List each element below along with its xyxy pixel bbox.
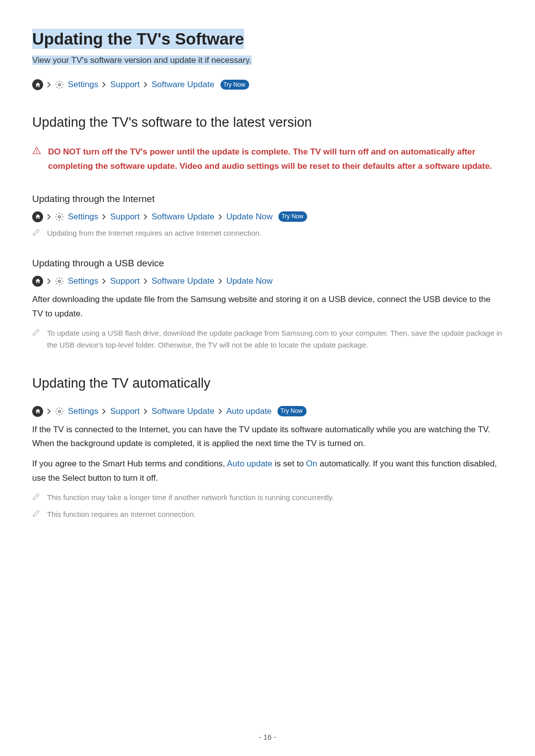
note-block: This function requires an Internet conne… xyxy=(32,508,503,520)
note-text: This function requires an Internet conne… xyxy=(47,508,196,520)
note-block: Updating from the Internet requires an a… xyxy=(32,227,503,239)
usb-body-text: After downloading the update file from t… xyxy=(32,293,503,321)
chevron-right-icon xyxy=(102,82,106,88)
chevron-right-icon xyxy=(47,278,51,284)
home-icon[interactable] xyxy=(32,79,43,90)
breadcrumb-auto-update[interactable]: Auto update xyxy=(226,406,272,416)
breadcrumb-support[interactable]: Support xyxy=(110,80,140,90)
warning-icon xyxy=(32,146,41,155)
chevron-right-icon xyxy=(144,82,148,88)
gear-icon[interactable] xyxy=(55,277,64,286)
note-text: Updating from the Internet requires an a… xyxy=(47,227,262,239)
svg-point-5 xyxy=(58,410,61,412)
breadcrumb-support[interactable]: Support xyxy=(110,212,140,222)
breadcrumb-support[interactable]: Support xyxy=(110,276,140,286)
chevron-right-icon xyxy=(47,408,51,414)
chevron-right-icon xyxy=(144,214,148,220)
auto-body-2: If you agree to the Smart Hub terms and … xyxy=(32,457,503,486)
gear-icon[interactable] xyxy=(55,407,64,416)
section-heading-usb: Updating through a USB device xyxy=(32,258,503,269)
section-heading-auto: Updating the TV automatically xyxy=(32,376,503,391)
note-text: To update using a USB flash drive, downl… xyxy=(47,327,503,351)
warning-text: DO NOT turn off the TV's power until the… xyxy=(48,145,503,174)
try-now-badge[interactable]: Try Now xyxy=(278,211,307,222)
section-heading-latest-version: Updating the TV's software to the latest… xyxy=(32,115,503,130)
breadcrumb-settings[interactable]: Settings xyxy=(68,80,98,90)
page-title: Updating the TV's Software xyxy=(32,30,503,49)
breadcrumb-settings[interactable]: Settings xyxy=(68,276,98,286)
auto-update-link: Auto update xyxy=(227,459,272,468)
chevron-right-icon xyxy=(47,82,51,88)
breadcrumb-update-now[interactable]: Update Now xyxy=(226,212,273,222)
breadcrumb-usb: Settings Support Software Update Update … xyxy=(32,276,503,287)
page-number: - 16 - xyxy=(0,733,535,741)
try-now-badge[interactable]: Try Now xyxy=(220,80,249,90)
chevron-right-icon xyxy=(102,408,106,414)
home-icon[interactable] xyxy=(32,276,43,287)
on-link: On xyxy=(306,459,318,468)
breadcrumb-software-update[interactable]: Software Update xyxy=(152,276,214,286)
gear-icon[interactable] xyxy=(55,80,64,89)
svg-point-2 xyxy=(37,152,37,153)
section-heading-internet: Updating through the Internet xyxy=(32,194,503,204)
chevron-right-icon xyxy=(218,214,222,220)
auto-body-1: If the TV is connected to the Internet, … xyxy=(32,423,503,452)
chevron-right-icon xyxy=(218,278,222,284)
page-subtitle: View your TV's software version and upda… xyxy=(32,55,503,65)
breadcrumb-update-now[interactable]: Update Now xyxy=(226,276,273,286)
svg-point-0 xyxy=(58,84,61,86)
pencil-icon xyxy=(32,493,40,501)
breadcrumb-settings[interactable]: Settings xyxy=(68,406,98,416)
chevron-right-icon xyxy=(102,214,106,220)
pencil-icon xyxy=(32,228,40,236)
breadcrumb-auto: Settings Support Software Update Auto up… xyxy=(32,406,503,417)
breadcrumb-top: Settings Support Software Update Try Now xyxy=(32,79,503,90)
chevron-right-icon xyxy=(144,408,148,414)
home-icon[interactable] xyxy=(32,406,43,417)
gear-icon[interactable] xyxy=(55,212,64,221)
try-now-badge[interactable]: Try Now xyxy=(277,406,306,416)
svg-point-3 xyxy=(58,216,61,218)
chevron-right-icon xyxy=(47,214,51,220)
chevron-right-icon xyxy=(144,278,148,284)
note-block: To update using a USB flash drive, downl… xyxy=(32,327,503,351)
pencil-icon xyxy=(32,328,40,336)
breadcrumb-software-update[interactable]: Software Update xyxy=(152,80,214,90)
breadcrumb-software-update[interactable]: Software Update xyxy=(152,212,214,222)
chevron-right-icon xyxy=(218,408,222,414)
warning-block: DO NOT turn off the TV's power until the… xyxy=(32,145,503,174)
svg-point-4 xyxy=(58,280,61,283)
breadcrumb-support[interactable]: Support xyxy=(110,406,140,416)
chevron-right-icon xyxy=(102,278,106,284)
home-icon[interactable] xyxy=(32,211,43,222)
note-block: This function may take a longer time if … xyxy=(32,492,503,504)
breadcrumb-software-update[interactable]: Software Update xyxy=(152,406,214,416)
note-text: This function may take a longer time if … xyxy=(47,492,334,504)
pencil-icon xyxy=(32,509,40,517)
breadcrumb-settings[interactable]: Settings xyxy=(68,212,98,222)
breadcrumb-internet: Settings Support Software Update Update … xyxy=(32,211,503,222)
